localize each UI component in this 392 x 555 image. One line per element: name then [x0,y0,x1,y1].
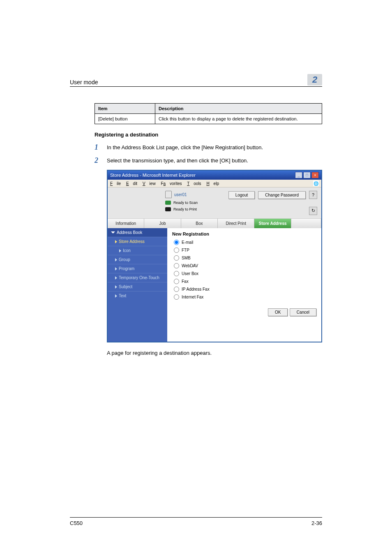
menu-view[interactable]: View [143,181,156,186]
menu-help[interactable]: Help [206,181,219,186]
footer-model: C550 [70,520,83,526]
sidebar-item-subject[interactable]: Subject [108,282,167,291]
radio-email[interactable]: E-mail [174,240,316,245]
sidebar-item-program[interactable]: Program [108,264,167,273]
radio-userbox[interactable]: User Box [174,271,316,276]
table-row: [Delete] button Click this button to dis… [95,114,322,124]
printer-status-icon [165,207,171,211]
tab-empty [291,219,321,228]
tab-direct-print[interactable]: Direct Print [218,219,254,228]
radio-webdav[interactable]: WebDAV [174,263,316,268]
panel-title: New Registration [172,231,316,236]
ok-button[interactable]: OK [268,308,288,316]
radio-fax[interactable]: Fax [174,279,316,284]
sidebar-item-text[interactable]: Text [108,291,167,300]
step-text: In the Address Book List page, click the… [107,143,322,150]
col-item: Item [95,104,155,114]
printer-status: Ready to Print [173,207,197,211]
minimize-icon[interactable]: _ [295,172,302,178]
ie-logo-icon: 🌐 [313,180,319,186]
screenshot-window: Store Address - Microsoft Internet Explo… [107,170,322,342]
sidebar-item-icon[interactable]: Icon [108,246,167,255]
col-description: Description [155,104,322,114]
close-icon[interactable]: × [311,172,319,178]
sidebar-item-store-address[interactable]: Store Address [108,237,167,246]
help-icon[interactable]: ? [309,191,317,199]
tab-store-address[interactable]: Store Address [254,219,291,228]
footer-page: 2-36 [311,520,322,526]
window-title: Store Address - Microsoft Internet Explo… [110,173,196,178]
tab-job[interactable]: Job [144,219,181,228]
change-password-button[interactable]: Change Password [258,191,306,199]
username: user01 [174,192,187,197]
scanner-status: Ready to Scan [173,201,198,205]
menu-edit[interactable]: Edit [126,181,137,186]
tab-box[interactable]: Box [181,219,218,228]
step-text: Select the transmission type, and then c… [107,157,322,164]
cell-item: [Delete] button [95,114,155,124]
section-heading: Registering a destination [95,132,322,138]
cell-desc: Click this button to display a page to d… [155,114,322,124]
cancel-button[interactable]: Cancel [290,308,316,316]
tab-information[interactable]: Information [108,219,144,228]
figure-caption: A page for registering a destination app… [107,350,322,356]
running-head: User mode [70,79,98,86]
info-table: Item Description [Delete] button Click t… [95,103,322,124]
chapter-badge: 2 [307,74,322,86]
menu-favorites[interactable]: Favorites [161,181,182,186]
sidebar-header[interactable]: Address Book [108,228,167,237]
logout-button[interactable]: Logout [228,191,255,199]
sidebar: Address Book Store Address Icon Group Pr… [108,228,167,342]
radio-ftp[interactable]: FTP [174,247,316,253]
radio-ipfax[interactable]: IP Address Fax [174,287,316,292]
step-number: 1 [95,143,107,151]
maximize-icon[interactable]: □ [303,172,311,178]
radio-internetfax[interactable]: Internet Fax [174,294,316,300]
sidebar-item-temporary[interactable]: Temporary One-Touch [108,273,167,282]
menu-tools[interactable]: Tools [187,181,201,186]
radio-smb[interactable]: SMB [174,255,316,261]
user-icon [165,191,172,198]
refresh-icon[interactable]: ↻ [309,207,317,215]
menu-file[interactable]: FFileile [110,181,121,186]
step-number: 2 [95,157,107,164]
sidebar-item-group[interactable]: Group [108,255,167,264]
scanner-status-icon [165,201,171,205]
